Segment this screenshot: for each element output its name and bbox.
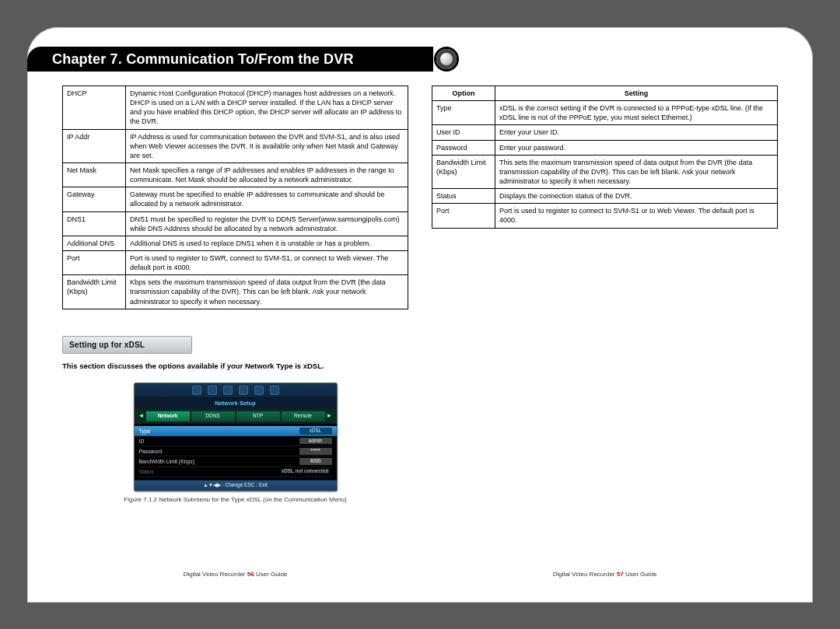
dvr-toolbar-icon <box>208 386 217 395</box>
footer-post: User Guide <box>625 571 656 578</box>
chapter-title: Chapter 7. Communication To/From the DVR <box>52 51 354 68</box>
right-options-table: Option Setting TypexDSL is the correct s… <box>432 86 778 229</box>
chapter-header: Chapter 7. Communication To/From the DVR <box>27 47 433 72</box>
dvr-footer: ▲▼◀▶ : Change ESC : Exit <box>135 480 337 491</box>
dvr-field-label: Status <box>139 468 154 475</box>
left-options-table: DHCPDynamic Host Configuration Protocol … <box>62 86 408 309</box>
dvr-field-row: StatusxDSL not connected <box>139 467 332 477</box>
desc-cell: Kbps sets the maximum transmission speed… <box>126 275 408 309</box>
section-intro: This section discusses the options avail… <box>62 362 408 372</box>
dvr-tabs: ◄ Network DDNS NTP Remote ► <box>135 409 337 424</box>
option-cell: Bandwidth Limit (Kbps) <box>432 155 495 188</box>
table-row: IP AddrIP Address is used for communicat… <box>63 129 408 162</box>
table-row: PortPort is used to register to SWR, con… <box>63 250 408 274</box>
option-cell: Gateway <box>63 187 126 211</box>
dvr-field-value: xDSL <box>299 428 332 435</box>
option-cell: Password <box>432 140 495 155</box>
dvr-tab-prev-icon: ◄ <box>138 411 145 422</box>
option-cell: User ID <box>432 125 495 140</box>
table-row: PortPort is used to register to connect … <box>432 204 778 228</box>
desc-cell: This sets the maximum transmission speed… <box>495 155 778 188</box>
footer-post: User Guide <box>256 571 287 578</box>
desc-cell: Net Mask specifies a range of IP address… <box>126 162 408 187</box>
dvr-toolbar-icon <box>223 386 233 395</box>
dvr-field-row: TypexDSL <box>135 426 337 436</box>
option-cell: Port <box>432 204 495 228</box>
dvr-tab-ddns: DDNS <box>191 411 236 422</box>
dvr-toolbar-icon <box>239 386 248 395</box>
table-row: TypexDSL is the correct setting if the D… <box>432 101 778 125</box>
footer-pre: Digital Video Recorder <box>184 571 246 578</box>
dvr-field-value: admin <box>299 438 332 445</box>
desc-cell: DNS1 must be specified to register the D… <box>126 211 408 236</box>
dvr-toolbar-icon <box>270 386 279 395</box>
dvr-field-label: Password <box>139 448 163 455</box>
page-footer-left: Digital Video Recorder 56 User Guide <box>51 571 420 579</box>
option-cell: Bandwidth Limit (Kbps) <box>63 275 126 309</box>
page-56: DHCPDynamic Host Configuration Protocol … <box>51 86 420 579</box>
desc-cell: Enter your User ID. <box>495 125 778 140</box>
table-row: DNS1DNS1 must be specified to register t… <box>63 211 408 236</box>
option-cell: DHCP <box>63 86 126 130</box>
option-cell: Port <box>63 250 126 274</box>
desc-cell: Dynamic Host Configuration Protocol (DHC… <box>126 86 408 130</box>
section-heading: Setting up for xDSL <box>62 336 408 355</box>
dvr-tab-ntp: NTP <box>236 411 281 422</box>
dvr-toolbar <box>135 383 337 398</box>
table-row: PasswordEnter your password. <box>432 140 778 155</box>
page: Chapter 7. Communication To/From the DVR… <box>27 27 813 603</box>
table-row: Net MaskNet Mask specifies a range of IP… <box>63 162 408 187</box>
dvr-toolbar-icon <box>254 386 264 395</box>
section-heading-label: Setting up for xDSL <box>62 336 192 355</box>
dvr-field-row: BandWidth Limit (Kbps)4000 <box>139 456 332 467</box>
table-row: Bandwidth Limit (Kbps)This sets the maxi… <box>432 155 778 188</box>
dvr-field-label: BandWidth Limit (Kbps) <box>139 458 194 465</box>
table-row: User IDEnter your User ID. <box>432 125 778 140</box>
dvr-field-label: ID <box>139 438 145 445</box>
footer-page-number: 57 <box>617 571 624 578</box>
footer-pre: Digital Video Recorder <box>553 571 615 578</box>
th-option: Option <box>432 86 495 101</box>
desc-cell: Port is used to register to connect to S… <box>495 204 778 228</box>
option-cell: Type <box>432 101 495 125</box>
desc-cell: Enter your password. <box>495 140 778 155</box>
footer-page-number: 56 <box>247 571 254 578</box>
table-row: Additional DNSAdditional DNS is used to … <box>63 236 408 250</box>
page-57: Option Setting TypexDSL is the correct s… <box>420 86 789 579</box>
desc-cell: Port is used to register to SWR, connect… <box>126 250 408 274</box>
dvr-field-label: Type <box>139 428 151 435</box>
option-cell: Net Mask <box>63 162 126 187</box>
chapter-cap-icon <box>436 49 457 69</box>
table-row: StatusDisplays the connection status of … <box>432 189 778 204</box>
dvr-field-row: IDadmin <box>139 436 332 446</box>
option-cell: DNS1 <box>63 211 126 236</box>
desc-cell: Gateway must be specified to enable IP a… <box>126 187 408 211</box>
desc-cell: Displays the connection status of the DV… <box>495 189 778 204</box>
desc-cell: xDSL is the correct setting if the DVR i… <box>495 101 778 125</box>
dvr-tab-remote: Remote <box>281 411 326 422</box>
option-cell: Status <box>432 189 495 204</box>
dvr-field-value: ***** <box>299 448 332 455</box>
option-cell: Additional DNS <box>63 236 126 250</box>
table-row: GatewayGateway must be specified to enab… <box>63 187 408 211</box>
desc-cell: Additional DNS is used to replace DNS1 w… <box>126 236 408 250</box>
option-cell: IP Addr <box>63 129 126 162</box>
dvr-window-title: Network Setup <box>135 398 337 409</box>
dvr-field-value: xDSL not connected <box>278 468 332 475</box>
dvr-tab-network: Network <box>145 411 191 422</box>
th-setting: Setting <box>495 86 778 101</box>
dvr-toolbar-icon <box>192 386 201 395</box>
figure-caption: Figure 7.1.2 Network Submenu for the Typ… <box>62 496 408 505</box>
table-row: DHCPDynamic Host Configuration Protocol … <box>63 86 408 130</box>
dvr-tab-next-icon: ► <box>326 411 334 422</box>
dvr-screenshot: Network Setup ◄ Network DDNS NTP Remote … <box>134 383 338 491</box>
page-footer-right: Digital Video Recorder 57 User Guide <box>420 571 789 579</box>
table-row: Bandwidth Limit (Kbps)Kbps sets the maxi… <box>63 275 408 309</box>
content-columns: DHCPDynamic Host Configuration Protocol … <box>51 86 789 579</box>
dvr-body: TypexDSLIDadminPassword*****BandWidth Li… <box>135 424 337 480</box>
desc-cell: IP Address is used for communication bet… <box>126 129 408 162</box>
dvr-field-value: 4000 <box>299 458 332 465</box>
dvr-field-row: Password***** <box>139 446 332 456</box>
